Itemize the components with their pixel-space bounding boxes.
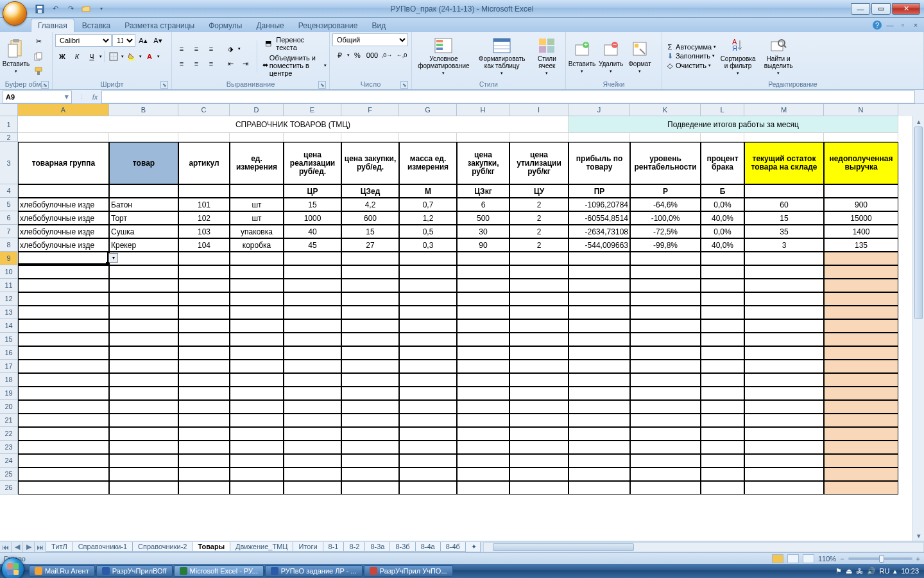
cell[interactable] xyxy=(178,346,230,360)
cell[interactable] xyxy=(630,373,701,387)
cell[interactable] xyxy=(744,292,824,306)
currency-icon[interactable]: ₽ xyxy=(332,48,346,62)
cell[interactable] xyxy=(509,481,569,495)
view-normal-icon[interactable] xyxy=(772,554,783,563)
cell[interactable] xyxy=(230,387,284,400)
grow-font-icon[interactable]: A▴ xyxy=(136,33,150,48)
cell[interactable]: ед. измерения xyxy=(230,142,284,184)
cell[interactable] xyxy=(230,319,284,333)
cell[interactable] xyxy=(824,319,898,333)
cell[interactable] xyxy=(109,427,178,441)
cell[interactable]: хлебобулочные изде xyxy=(18,225,109,238)
delete-cells-button[interactable]: −Удалить▾ xyxy=(597,35,624,78)
align-right-icon[interactable]: ≡ xyxy=(204,57,218,71)
cell[interactable] xyxy=(284,292,341,306)
row-header[interactable]: 8 xyxy=(0,238,18,252)
name-box[interactable]: A9▾ xyxy=(3,91,72,103)
orientation-icon[interactable]: ⬗ xyxy=(223,42,237,56)
cell[interactable] xyxy=(824,373,898,387)
cell[interactable] xyxy=(824,414,898,427)
cell[interactable] xyxy=(630,441,701,454)
cell[interactable] xyxy=(178,373,230,387)
qat-save-icon[interactable] xyxy=(33,3,46,15)
cell[interactable]: 103 xyxy=(178,225,230,238)
cell[interactable] xyxy=(18,441,109,454)
sheet-nav-next-icon[interactable]: ▶ xyxy=(23,542,35,552)
ribbon-tab-6[interactable]: Вид xyxy=(365,19,392,32)
horizontal-scrollbar[interactable] xyxy=(483,542,924,552)
cell[interactable] xyxy=(509,468,569,481)
cell[interactable]: Р xyxy=(630,184,701,198)
cell[interactable] xyxy=(630,454,701,468)
col-header[interactable]: D xyxy=(230,104,284,116)
cell[interactable] xyxy=(399,252,457,265)
row-header[interactable]: 11 xyxy=(0,279,18,292)
cell[interactable] xyxy=(230,454,284,468)
cell[interactable] xyxy=(18,184,109,198)
cell[interactable] xyxy=(178,133,230,142)
cell[interactable] xyxy=(569,319,630,333)
cell[interactable] xyxy=(399,133,457,142)
row-header[interactable]: 6 xyxy=(0,211,18,225)
cell[interactable] xyxy=(18,387,109,400)
cell[interactable]: ЦЗед xyxy=(341,184,399,198)
row-header[interactable]: 9 xyxy=(0,252,18,265)
cell[interactable]: 27 xyxy=(341,238,399,252)
cell[interactable] xyxy=(230,468,284,481)
row-header[interactable]: 24 xyxy=(0,454,18,468)
cell[interactable] xyxy=(457,319,509,333)
col-header[interactable]: H xyxy=(457,104,509,116)
cell[interactable] xyxy=(341,346,399,360)
cells-area[interactable]: СПРАВОЧНИК ТОВАРОВ (ТМЦ)Подведение итого… xyxy=(18,116,924,541)
align-left-icon[interactable]: ≡ xyxy=(175,57,189,71)
cell[interactable] xyxy=(178,441,230,454)
cell[interactable] xyxy=(284,373,341,387)
sheet-tab[interactable]: 8-2 xyxy=(343,542,365,552)
cell[interactable] xyxy=(509,252,569,265)
ribbon-tab-2[interactable]: Разметка страницы xyxy=(118,19,201,32)
sheet-tab[interactable]: Справочники-1 xyxy=(73,542,133,552)
font-launcher-icon[interactable]: ⬊ xyxy=(160,81,168,89)
cell[interactable] xyxy=(457,333,509,346)
cell[interactable]: 35 xyxy=(744,225,824,238)
select-all-corner[interactable] xyxy=(0,104,18,116)
cell[interactable]: цена реализации руб/ед. xyxy=(284,142,341,184)
cell[interactable] xyxy=(744,468,824,481)
zoom-level[interactable]: 110% xyxy=(818,555,836,563)
cell[interactable] xyxy=(284,319,341,333)
sheet-tab[interactable]: 8-1 xyxy=(323,542,345,552)
cell[interactable] xyxy=(18,319,109,333)
wrap-text-button[interactable]: ⬒Перенос текста xyxy=(262,36,327,51)
cell[interactable] xyxy=(18,133,109,142)
maximize-button[interactable]: ▭ xyxy=(871,3,891,15)
cell[interactable] xyxy=(509,279,569,292)
sheet-nav-first-icon[interactable]: ⏮ xyxy=(0,542,12,552)
cell[interactable] xyxy=(18,481,109,495)
cell[interactable] xyxy=(18,414,109,427)
cell[interactable] xyxy=(744,133,824,142)
sheet-tab[interactable]: Товары xyxy=(192,542,230,552)
cell[interactable]: 0,3 xyxy=(399,238,457,252)
cell[interactable]: процент брака xyxy=(701,142,744,184)
font-size-select[interactable]: 11 xyxy=(112,34,135,47)
cell[interactable] xyxy=(701,454,744,468)
cell[interactable] xyxy=(509,346,569,360)
format-painter-icon[interactable] xyxy=(31,64,46,78)
cell[interactable] xyxy=(341,360,399,373)
cell[interactable]: 15 xyxy=(341,225,399,238)
cell[interactable] xyxy=(230,360,284,373)
tray-usb-icon[interactable]: ⏏ xyxy=(846,567,852,575)
cell[interactable]: 102 xyxy=(178,211,230,225)
zoom-out-icon[interactable]: − xyxy=(840,555,844,563)
cell[interactable] xyxy=(399,333,457,346)
cell[interactable] xyxy=(701,279,744,292)
cell[interactable] xyxy=(341,133,399,142)
cell[interactable] xyxy=(824,265,898,279)
font-name-select[interactable]: Calibri xyxy=(55,34,112,47)
cell[interactable] xyxy=(701,292,744,306)
tray-lang[interactable]: RU xyxy=(880,567,890,575)
vertical-scrollbar[interactable]: ▴ ▾ xyxy=(912,116,924,541)
cell[interactable] xyxy=(284,360,341,373)
cell[interactable] xyxy=(630,292,701,306)
cell[interactable] xyxy=(569,306,630,319)
